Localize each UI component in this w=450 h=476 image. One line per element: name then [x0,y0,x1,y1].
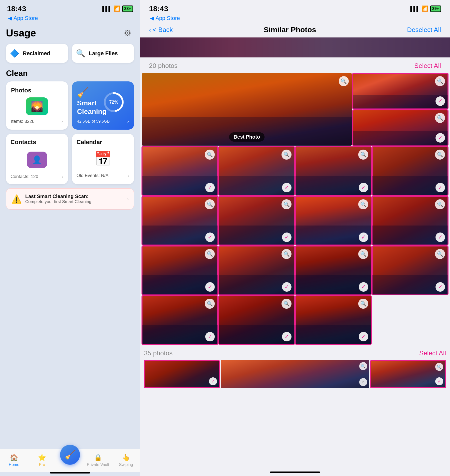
check-icon-1b[interactable]: ✓ [436,96,445,106]
nav-swiping[interactable]: 👆 Swiping [112,452,140,467]
check-icon-4a[interactable]: ✓ [205,282,215,292]
grid-row-5: 🔍 ✓ 🔍 ✓ 🔍 ✓ [142,296,448,344]
best-photo-cell[interactable]: 🔍 Best Photo [142,73,352,146]
search-icon-4c[interactable]: 🔍 [358,249,368,259]
check-icon-2d[interactable]: ✓ [436,183,445,192]
bottom-nav: 🏠 Home ⭐ Pro 🧹 🔒 Private Vault 👆 Swiping [0,449,140,472]
signal-icon-left: ▌▌▌ [102,6,112,12]
search-icon-1c[interactable]: 🔍 [435,113,445,123]
section1-select-all[interactable]: Select All [414,62,441,70]
check-icon-2a[interactable]: ✓ [205,183,215,192]
pro-label: Pro [39,463,45,467]
calendar-card[interactable]: Calendar 📅 Old Events: N/A › [72,134,134,184]
check-icon-3a[interactable]: ✓ [205,233,215,242]
search-icon-5b[interactable]: 🔍 [282,299,292,309]
large-files-button[interactable]: 🔍 Large Files [72,44,134,63]
calendar-icon-area: 📅 [76,149,130,170]
photo-cell-1c[interactable]: 🔍 ✓ [353,110,448,146]
photos-image-icon: 🌄 [31,101,43,112]
check-icon-4b[interactable]: ✓ [282,282,292,292]
check-icon-2c[interactable]: ✓ [359,183,368,192]
photo-cell-4a[interactable]: 🔍 ✓ [142,246,218,295]
reclaimed-button[interactable]: 🔷 Reclaimed [6,44,68,63]
check-icon-5b[interactable]: ✓ [282,332,292,341]
photo-cell-2d[interactable]: 🔍 ✓ [372,147,448,195]
check-icon-5a[interactable]: ✓ [205,332,215,341]
search-icon-4b[interactable]: 🔍 [282,249,292,259]
photo-cell-4c[interactable]: 🔍 ✓ [296,246,371,295]
contacts-icon: 👤 [27,152,47,168]
photo-cell-5a[interactable]: 🔍 ✓ [142,296,218,344]
usage-title: Usage [6,27,36,39]
alert-subtitle: Complete your first Smart Cleaning [25,199,124,204]
nav-private-vault[interactable]: 🔒 Private Vault [84,452,112,467]
photo-cell-2a[interactable]: 🔍 ✓ [142,147,218,195]
preview-strip-top [140,37,450,57]
search-icon-3d[interactable]: 🔍 [435,199,445,209]
search-icon-3c[interactable]: 🔍 [358,199,368,209]
photos-card[interactable]: Photos 🌄 Items: 3228 › [6,81,68,130]
bottom-thumb-1[interactable]: ✓ [144,360,220,388]
photo-cell-5b[interactable]: 🔍 ✓ [219,296,294,344]
section2-select-all[interactable]: Select All [419,349,446,357]
check-icon-5c[interactable]: ✓ [359,332,368,341]
back-button[interactable]: ‹ < Back [149,26,173,34]
left-panel: 18:43 ▌▌▌ 📶 28+ ◀ App Store Usage ⚙ 🔷 Re… [0,0,140,476]
check-icon-4d[interactable]: ✓ [436,282,445,292]
photo-cell-4d[interactable]: 🔍 ✓ [372,246,448,295]
deselect-all-button[interactable]: Deselect All [407,26,441,34]
photo-cell-3d[interactable]: 🔍 ✓ [372,196,448,245]
check-icon-3c[interactable]: ✓ [359,233,368,242]
search-icon-5c[interactable]: 🔍 [358,299,368,309]
contacts-arrow-icon: › [62,174,64,179]
check-icon-3d[interactable]: ✓ [436,233,445,242]
photo-cell-3c[interactable]: 🔍 ✓ [296,196,371,245]
search-icon-2b[interactable]: 🔍 [282,150,292,160]
reclaimed-icon: 🔷 [10,49,19,58]
search-icon-2a[interactable]: 🔍 [205,150,215,160]
home-label: Home [9,463,20,467]
photo-cell-2c[interactable]: 🔍 ✓ [296,147,371,195]
app-store-back-left[interactable]: ◀ App Store [0,14,140,24]
nav-pro[interactable]: ⭐ Pro [28,452,56,467]
check-icon-1c[interactable]: ✓ [436,133,445,143]
bottom-thumb-3[interactable]: 🔍 ✓ [370,360,446,388]
check-icon-3b[interactable]: ✓ [282,233,292,242]
smart-clean-center-button[interactable]: 🧹 [60,445,80,465]
right-column-1: 🔍 ✓ 🔍 ✓ [353,73,448,146]
photo-cell-2b[interactable]: 🔍 ✓ [219,147,294,195]
grid-row-4: 🔍 ✓ 🔍 ✓ 🔍 ✓ 🔍 ✓ [142,246,448,295]
search-icon-2d[interactable]: 🔍 [435,150,445,160]
photo-cell-1b[interactable]: 🔍 ✓ [353,73,448,109]
photo-cell-5c[interactable]: 🔍 ✓ [296,296,371,344]
alert-arrow-icon: › [127,196,129,202]
search-icon-3b[interactable]: 🔍 [282,199,292,209]
nav-bar-right: ‹ < Back Similar Photos Deselect All [140,24,450,37]
back-label: < Back [153,26,173,34]
alert-card[interactable]: ⚠️ Last Smart Cleaning Scan: Complete yo… [6,188,134,210]
smart-cleaning-progress: 72% [102,91,125,114]
check-icon-2b[interactable]: ✓ [282,183,292,192]
search-icon-2c[interactable]: 🔍 [358,150,368,160]
photo-cell-3b[interactable]: 🔍 ✓ [219,196,294,245]
gear-button[interactable]: ⚙ [121,26,134,39]
nav-home[interactable]: 🏠 Home [0,452,28,467]
nav-title: Similar Photos [264,25,316,34]
smart-cleaning-card[interactable]: 🧹 SmartCleaning 72% 42.6GB of 59.5GB › [72,81,134,130]
search-icon-4a[interactable]: 🔍 [205,249,215,259]
best-photo-badge: Best Photo [229,132,265,142]
contacts-card[interactable]: Contacts 👤 Contacts: 120 › [6,134,68,184]
search-icon-4d[interactable]: 🔍 [435,249,445,259]
app-store-back-right[interactable]: ◀ App Store [140,14,450,24]
bottom-preview-strip: ✓ 🔍 ○ 🔍 ✓ [142,360,448,390]
search-icon-5a[interactable]: 🔍 [205,299,215,309]
search-icon-best[interactable]: 🔍 [339,76,349,86]
status-icons-left: ▌▌▌ 📶 28+ [102,5,133,12]
bottom-thumb-2-large[interactable]: 🔍 ○ [221,360,369,388]
search-icon-3a[interactable]: 🔍 [205,199,215,209]
person-icon: 👤 [32,155,42,165]
check-icon-4c[interactable]: ✓ [359,282,368,292]
photo-cell-4b[interactable]: 🔍 ✓ [219,246,294,295]
photo-cell-3a[interactable]: 🔍 ✓ [142,196,218,245]
search-icon-1b[interactable]: 🔍 [435,76,445,86]
